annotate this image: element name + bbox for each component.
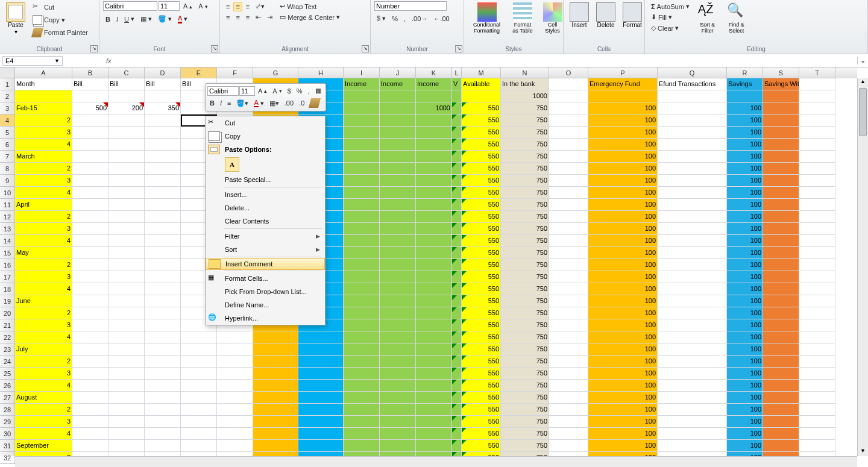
- cell[interactable]: 550: [462, 271, 501, 283]
- cell[interactable]: [452, 283, 462, 295]
- cell[interactable]: 550: [462, 139, 501, 151]
- cell[interactable]: [108, 368, 145, 380]
- cm-hyperlink[interactable]: 🌐Hyperlink...: [206, 312, 325, 325]
- cell[interactable]: [763, 151, 799, 163]
- cell[interactable]: Emergency Fund: [588, 78, 658, 90]
- row-header-12[interactable]: 12: [0, 211, 15, 223]
- mini-align[interactable]: ≡: [225, 98, 233, 108]
- cell[interactable]: [452, 440, 462, 452]
- cell[interactable]: [253, 331, 298, 343]
- cell[interactable]: [763, 404, 799, 416]
- cell[interactable]: [452, 380, 462, 392]
- cell[interactable]: [181, 428, 217, 440]
- cell[interactable]: [72, 235, 108, 247]
- cell[interactable]: [763, 187, 799, 199]
- cell[interactable]: [145, 127, 181, 139]
- cell[interactable]: [108, 380, 145, 392]
- cell[interactable]: 750: [501, 319, 549, 331]
- col-header-M[interactable]: M: [462, 67, 501, 78]
- cell[interactable]: [298, 440, 344, 452]
- row-header-5[interactable]: 5: [0, 127, 15, 139]
- cell[interactable]: [72, 307, 108, 319]
- cell[interactable]: [799, 392, 835, 404]
- mini-styles-icon[interactable]: ▦: [313, 86, 324, 96]
- cm-insert-comment[interactable]: Insert Comment: [206, 258, 325, 270]
- cell[interactable]: [380, 151, 416, 163]
- decrease-indent-button[interactable]: ⇤: [253, 12, 263, 22]
- cell[interactable]: 100: [588, 343, 658, 356]
- cell[interactable]: 550: [462, 102, 501, 114]
- row-header-22[interactable]: 22: [0, 331, 15, 343]
- cell[interactable]: [658, 247, 727, 259]
- cell[interactable]: [799, 247, 835, 259]
- cell[interactable]: [380, 271, 416, 283]
- cell[interactable]: [344, 428, 380, 440]
- cell[interactable]: [145, 283, 181, 295]
- cell[interactable]: [145, 247, 181, 259]
- cell[interactable]: [588, 90, 658, 102]
- cell[interactable]: [658, 175, 727, 187]
- cell[interactable]: [298, 343, 344, 356]
- cell[interactable]: [145, 175, 181, 187]
- mini-comma[interactable]: ,: [306, 86, 312, 96]
- cell[interactable]: [380, 368, 416, 380]
- cell[interactable]: [217, 416, 253, 428]
- cell[interactable]: [181, 380, 217, 392]
- cell[interactable]: [344, 343, 380, 356]
- cell[interactable]: [462, 90, 501, 102]
- cell[interactable]: [217, 392, 253, 404]
- cell[interactable]: [145, 114, 181, 127]
- cell[interactable]: [145, 163, 181, 175]
- cell[interactable]: [452, 404, 462, 416]
- cell[interactable]: [416, 307, 452, 319]
- cell[interactable]: [108, 416, 145, 428]
- cell[interactable]: [145, 307, 181, 319]
- cell[interactable]: [72, 331, 108, 343]
- cell[interactable]: [763, 271, 799, 283]
- cell[interactable]: 100: [588, 428, 658, 440]
- cell[interactable]: Efund Transactions: [658, 78, 727, 90]
- cell[interactable]: [108, 187, 145, 199]
- cell[interactable]: [72, 163, 108, 175]
- cell[interactable]: 100: [727, 223, 763, 235]
- cell[interactable]: [217, 440, 253, 452]
- cell[interactable]: [799, 283, 835, 295]
- cell[interactable]: [298, 428, 344, 440]
- cell[interactable]: [452, 102, 462, 114]
- mini-border[interactable]: ▦▾: [267, 98, 281, 108]
- cell[interactable]: [380, 114, 416, 127]
- cm-format-cells[interactable]: ▦Format Cells...: [206, 272, 325, 285]
- cell[interactable]: [72, 187, 108, 199]
- col-header-C[interactable]: C: [108, 67, 145, 78]
- cell[interactable]: 100: [588, 259, 658, 271]
- cell[interactable]: [344, 235, 380, 247]
- cell[interactable]: [763, 223, 799, 235]
- cell[interactable]: [108, 319, 145, 331]
- cell[interactable]: [658, 114, 727, 127]
- decrease-font-button[interactable]: A▾: [196, 1, 210, 11]
- cell[interactable]: [145, 259, 181, 271]
- cell[interactable]: [380, 175, 416, 187]
- cell[interactable]: [344, 114, 380, 127]
- cell[interactable]: [452, 392, 462, 404]
- cell[interactable]: [181, 416, 217, 428]
- cell[interactable]: [108, 114, 145, 127]
- cell[interactable]: [799, 307, 835, 319]
- cell[interactable]: [452, 295, 462, 307]
- cell[interactable]: 100: [588, 139, 658, 151]
- cell[interactable]: 3: [15, 175, 72, 187]
- cm-delete[interactable]: Delete...: [206, 201, 325, 215]
- cell[interactable]: [72, 356, 108, 368]
- cell[interactable]: 750: [501, 440, 549, 452]
- cell[interactable]: [344, 259, 380, 271]
- row-header-1[interactable]: 1: [0, 78, 15, 90]
- cell[interactable]: [72, 223, 108, 235]
- cell[interactable]: [658, 283, 727, 295]
- cell[interactable]: 750: [501, 235, 549, 247]
- paste-keep-formatting-icon[interactable]: A: [225, 157, 239, 172]
- row-header-8[interactable]: 8: [0, 163, 15, 175]
- cell[interactable]: Bill: [145, 78, 181, 90]
- cell[interactable]: [658, 163, 727, 175]
- cell[interactable]: 750: [501, 271, 549, 283]
- cell[interactable]: [799, 404, 835, 416]
